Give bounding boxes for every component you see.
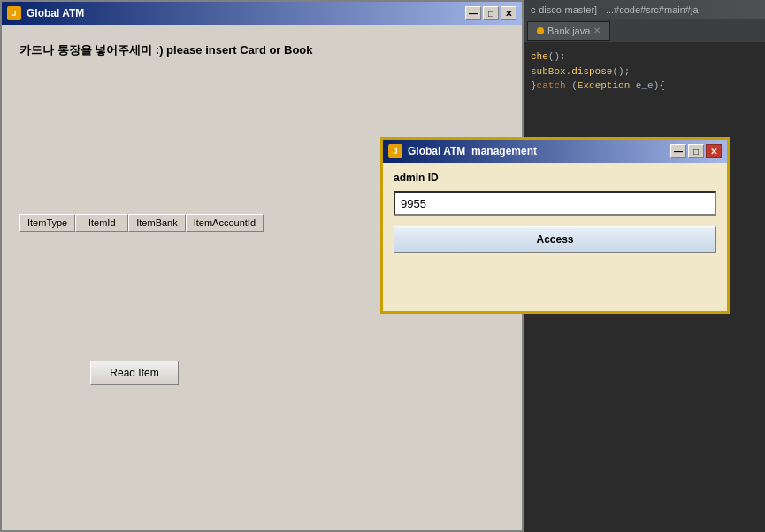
read-item-button[interactable]: Read Item — [90, 361, 179, 385]
code-line-2: subBox.dispose(); — [531, 65, 758, 80]
ide-titlebar: c-disco-master] - ...#code#src#main#ja — [524, 0, 765, 19]
dialog-titlebar: J Global ATM_management — □ ✕ — [383, 140, 727, 163]
access-button[interactable]: Access — [394, 226, 716, 253]
code-line-5 — [531, 108, 758, 123]
code-line-4 — [531, 94, 758, 109]
code-line-1: che(); — [531, 49, 758, 65]
dialog-content: admin ID Access — [383, 163, 727, 311]
ide-tab-bankjava[interactable]: Bank.java ✕ — [527, 21, 610, 41]
ide-tab-close-icon[interactable]: ✕ — [593, 26, 601, 35]
dialog-window: J Global ATM_management — □ ✕ admin ID A… — [380, 137, 730, 314]
col-itemaccountid: ItemAccountId — [186, 214, 264, 232]
dialog-minimize-button[interactable]: — — [670, 144, 686, 158]
java-icon: J — [7, 6, 21, 20]
main-titlebar: J Global ATM — □ ✕ — [2, 2, 522, 25]
dialog-controls: — □ ✕ — [670, 144, 722, 158]
col-itemtype: ItemType — [19, 214, 75, 232]
close-button[interactable]: ✕ — [501, 6, 516, 20]
titlebar-left: J Global ATM — [7, 6, 84, 20]
dialog-maximize-button[interactable]: □ — [688, 144, 704, 158]
dialog-titlebar-left: J Global ATM_management — [388, 144, 537, 158]
col-itembank: ItemBank — [128, 214, 185, 232]
code-line-3: }catch (Exception e_e){ — [531, 79, 758, 94]
dialog-close-button[interactable]: ✕ — [706, 144, 722, 158]
insert-message: 카드나 통장을 넣어주세미 :) please insert Card or B… — [19, 42, 504, 58]
code-line-6 — [531, 123, 758, 138]
admin-id-label: admin ID — [394, 171, 716, 184]
dialog-overlay: J Global ATM_management — □ ✕ admin ID A… — [380, 137, 730, 314]
dialog-title: Global ATM_management — [408, 145, 537, 157]
main-title: Global ATM — [27, 7, 84, 19]
dialog-java-icon: J — [388, 144, 402, 158]
minimize-button[interactable]: — — [465, 6, 481, 20]
java-dot-icon — [537, 27, 544, 34]
ide-tab-label: Bank.java — [547, 26, 590, 36]
ide-tab-bar: Bank.java ✕ — [524, 19, 765, 42]
maximize-button[interactable]: □ — [483, 6, 499, 20]
ide-title: c-disco-master] - ...#code#src#main#ja — [531, 4, 699, 15]
col-itemid: ItemId — [75, 214, 128, 232]
main-titlebar-controls: — □ ✕ — [465, 6, 516, 20]
admin-id-input[interactable] — [394, 191, 716, 216]
